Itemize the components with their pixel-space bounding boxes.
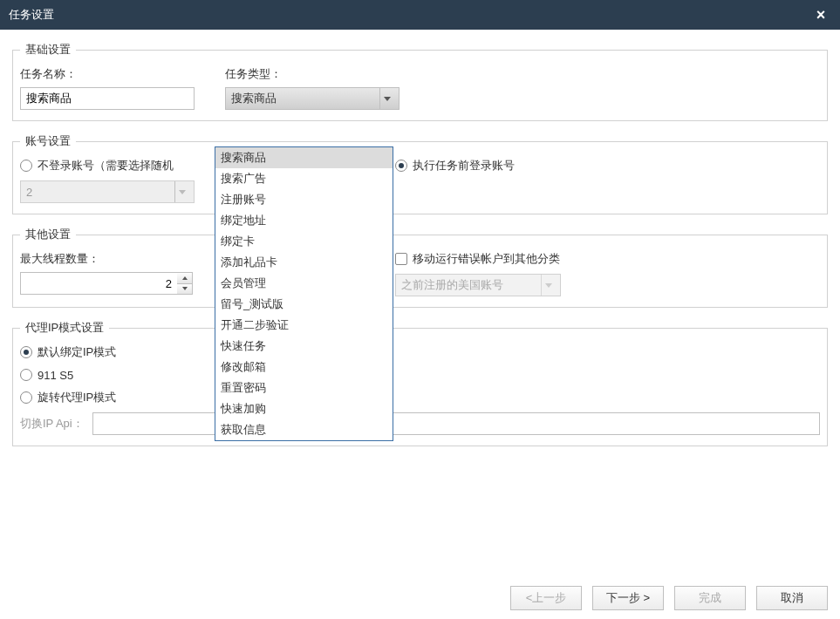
radio-icon <box>20 160 32 172</box>
radio-icon <box>20 391 32 404</box>
proxy-settings-fieldset: 代理IP模式设置 默认绑定IP模式 911 S5 旋转代理IP模式 切换IP A… <box>12 320 828 446</box>
task-name-label: 任务名称： <box>20 66 208 82</box>
task-type-dropdown-list[interactable]: 搜索商品搜索广告注册账号绑定地址绑定卡添加礼品卡会员管理留号_测试版开通二步验证… <box>215 146 393 441</box>
switch-ip-api-input[interactable] <box>92 412 820 435</box>
radio-default-bind-ip-label: 默认绑定IP模式 <box>38 344 116 360</box>
other-settings-legend: 其他设置 <box>20 227 76 242</box>
prev-button: <上一步 <box>510 586 582 610</box>
radio-icon <box>20 369 32 381</box>
switch-ip-api-label: 切换IP Api： <box>20 416 84 432</box>
task-type-option[interactable]: 注册账号 <box>215 189 393 210</box>
task-type-option[interactable]: 绑定卡 <box>215 231 393 252</box>
task-type-option[interactable]: 搜索商品 <box>215 147 393 168</box>
account-count-value: 2 <box>26 186 32 199</box>
account-count-combo: 2 <box>20 180 195 203</box>
task-type-option[interactable]: 会员管理 <box>215 273 393 294</box>
cancel-button[interactable]: 取消 <box>756 586 828 610</box>
account-settings-fieldset: 账号设置 不登录账号（需要选择随机 2 执行任务前登录账号 <box>12 133 828 214</box>
radio-rotate-proxy-label: 旋转代理IP模式 <box>38 390 116 405</box>
close-icon[interactable]: × <box>810 4 831 25</box>
basic-settings-legend: 基础设置 <box>20 42 76 58</box>
radio-login-before-task-label: 执行任务前登录账号 <box>413 158 515 173</box>
window-title: 任务设置 <box>9 7 54 23</box>
account-settings-legend: 账号设置 <box>20 133 76 149</box>
move-error-checkbox[interactable]: 移动运行错误帐户到其他分类 <box>395 251 820 267</box>
content-area: 基础设置 任务名称： 任务类型： 搜索商品 账号设置 不登录账号（需要选择随机 <box>0 30 840 577</box>
task-type-option[interactable]: 搜索广告 <box>215 168 393 189</box>
move-error-category-combo: 之前注册的美国账号 <box>395 274 561 296</box>
proxy-settings-legend: 代理IP模式设置 <box>20 320 109 336</box>
task-type-option[interactable]: 开通二步验证 <box>215 315 393 336</box>
spinner-down-icon[interactable] <box>177 284 192 295</box>
task-type-option[interactable]: 添加礼品卡 <box>215 252 393 273</box>
task-type-selected: 搜索商品 <box>231 91 277 106</box>
task-type-option[interactable]: 绑定地址 <box>215 210 393 231</box>
task-type-option[interactable]: 重置密码 <box>215 378 393 398</box>
task-name-input[interactable] <box>20 87 195 110</box>
chevron-down-icon <box>379 88 393 109</box>
task-type-combo[interactable]: 搜索商品 <box>225 87 400 110</box>
chevron-down-icon <box>174 181 188 202</box>
radio-default-bind-ip[interactable]: 默认绑定IP模式 <box>20 344 820 360</box>
footer: <上一步 下一步 > 完成 取消 <box>0 577 840 619</box>
radio-rotate-proxy[interactable]: 旋转代理IP模式 <box>20 390 820 405</box>
task-type-option[interactable]: 快速任务 <box>215 336 393 357</box>
other-settings-fieldset: 其他设置 最大线程数量： 移动运行错误帐户到其他分类 之前注册 <box>12 227 828 308</box>
radio-no-login-label: 不登录账号（需要选择随机 <box>38 158 174 173</box>
radio-911-s5-label: 911 S5 <box>38 369 73 382</box>
finish-button: 完成 <box>674 586 746 610</box>
move-error-label: 移动运行错误帐户到其他分类 <box>413 251 560 267</box>
titlebar: 任务设置 × <box>0 0 840 30</box>
checkbox-icon <box>395 253 407 265</box>
radio-icon <box>20 346 32 358</box>
task-type-label: 任务类型： <box>225 66 413 82</box>
task-type-option[interactable]: 获取信息 <box>215 419 393 440</box>
task-type-option[interactable]: 快速加购 <box>215 398 393 419</box>
move-error-category-value: 之前注册的美国账号 <box>401 277 503 293</box>
radio-icon <box>395 160 407 172</box>
chevron-down-icon <box>541 275 555 296</box>
next-button[interactable]: 下一步 > <box>592 586 664 610</box>
spinner-up-icon[interactable] <box>177 273 192 284</box>
radio-911-s5[interactable]: 911 S5 <box>20 367 820 383</box>
task-type-option[interactable]: 修改邮箱 <box>215 357 393 378</box>
radio-login-before-task[interactable]: 执行任务前登录账号 <box>395 158 820 173</box>
max-thread-input[interactable] <box>20 272 177 295</box>
basic-settings-fieldset: 基础设置 任务名称： 任务类型： 搜索商品 <box>12 42 828 121</box>
task-type-option[interactable]: 留号_测试版 <box>215 294 393 315</box>
